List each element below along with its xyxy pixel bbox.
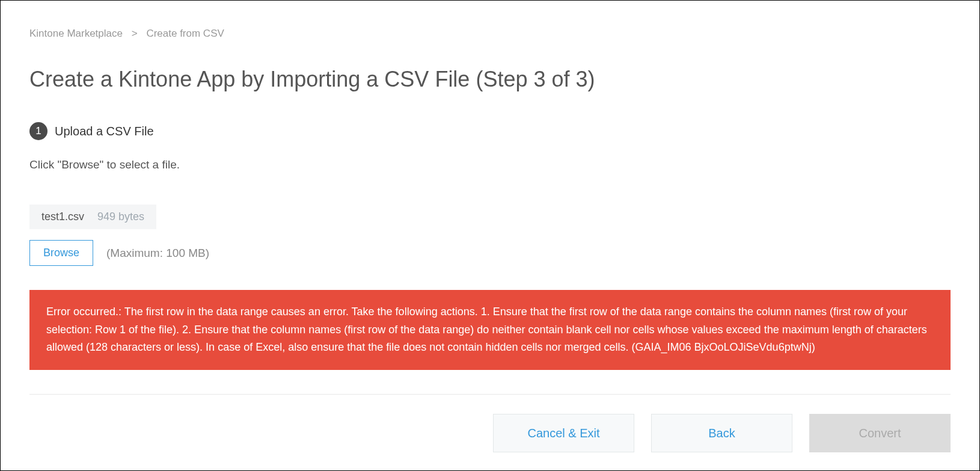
browse-button[interactable]: Browse (29, 240, 93, 266)
page-title: Create a Kintone App by Importing a CSV … (29, 67, 951, 92)
file-name: test1.csv (41, 211, 84, 223)
step-number-badge: 1 (29, 122, 47, 140)
file-size: 949 bytes (97, 211, 144, 223)
divider (29, 394, 951, 395)
step-header: 1 Upload a CSV File (29, 122, 951, 140)
browse-row: Browse (Maximum: 100 MB) (29, 240, 951, 266)
upload-instruction: Click "Browse" to select a file. (29, 158, 951, 171)
cancel-exit-button[interactable]: Cancel & Exit (493, 414, 634, 452)
breadcrumb: Kintone Marketplace > Create from CSV (29, 28, 951, 40)
back-button[interactable]: Back (651, 414, 792, 452)
convert-button: Convert (809, 414, 951, 452)
error-message-box: Error occurred.: The first row in the da… (29, 290, 951, 370)
breadcrumb-current: Create from CSV (146, 28, 224, 39)
step-title: Upload a CSV File (55, 125, 154, 138)
breadcrumb-separator: > (132, 28, 138, 39)
selected-file-row: test1.csv 949 bytes (29, 205, 156, 229)
action-row: Cancel & Exit Back Convert (29, 414, 951, 452)
max-size-hint: (Maximum: 100 MB) (106, 247, 209, 260)
breadcrumb-root-link[interactable]: Kintone Marketplace (29, 28, 123, 39)
